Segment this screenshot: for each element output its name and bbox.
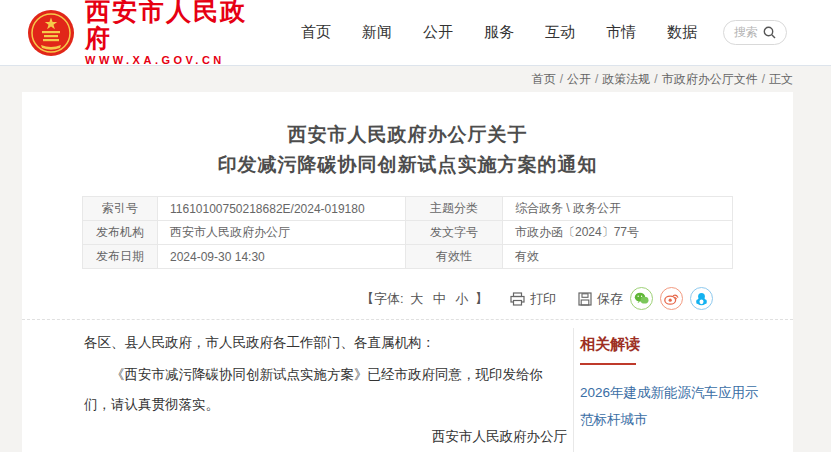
- nav-item-interact[interactable]: 互动: [545, 23, 575, 42]
- save-icon: [578, 292, 592, 306]
- font-size-prefix: 【字体:: [361, 291, 404, 306]
- qq-icon: [695, 292, 708, 306]
- search-icon: [763, 26, 776, 39]
- article-content-row: 各区、县人民政府，市人民政府各工作部门、各直属机构： 《西安市减污降碳协同创新试…: [22, 328, 793, 452]
- nav-item-news[interactable]: 新闻: [362, 23, 392, 42]
- breadcrumb-separator: /: [560, 72, 563, 86]
- font-size-control: 【字体: 大 中 小 】: [361, 290, 488, 308]
- meta-label-validity: 有效性: [406, 245, 503, 269]
- font-size-suffix: 】: [475, 291, 488, 306]
- font-size-small[interactable]: 小: [455, 291, 468, 306]
- wechat-icon: [634, 292, 649, 305]
- breadcrumb-public[interactable]: 公开: [567, 72, 591, 86]
- save-button[interactable]: 保存: [578, 290, 623, 308]
- meta-label-doc-number: 发文字号: [406, 221, 503, 245]
- page-title-line1: 西安市人民政府办公厅关于: [22, 120, 793, 150]
- font-size-medium[interactable]: 中: [433, 291, 446, 306]
- article-body: 各区、县人民政府，市人民政府各工作部门、各直属机构： 《西安市减污降碳协同创新试…: [22, 328, 573, 452]
- body-paragraph: 《西安市减污降碳协同创新试点实施方案》已经市政府同意，现印发给你们，请认真贯彻落…: [84, 360, 567, 420]
- meta-label-pub-date: 发布日期: [83, 245, 158, 269]
- breadcrumb: 首页/公开/政策法规/市政府办公厅文件/正文: [22, 71, 793, 88]
- print-button[interactable]: 打印: [510, 290, 556, 308]
- related-reading-sidebar: 相关解读 2026年建成新能源汽车应用示范标杆城市: [573, 328, 793, 452]
- site-header: 西安市人民政府 WWW.XA.GOV.CN 首页 新闻 公开 服务 互动 市情 …: [0, 0, 831, 66]
- document-card: 西安市人民政府办公厅关于 印发减污降碳协同创新试点实施方案的通知 索引号 116…: [22, 92, 793, 452]
- breadcrumb-separator: /: [762, 72, 765, 86]
- site-url: WWW.XA.GOV.CN: [85, 52, 270, 68]
- site-logo[interactable]: 西安市人民政府 WWW.XA.GOV.CN: [27, 0, 270, 68]
- meta-value-validity: 有效: [503, 245, 733, 269]
- nav-item-home[interactable]: 首页: [301, 23, 331, 42]
- save-label: 保存: [597, 290, 623, 308]
- meta-label-issuer: 发布机构: [83, 221, 158, 245]
- nav-item-public[interactable]: 公开: [423, 23, 453, 42]
- page-title: 西安市人民政府办公厅关于 印发减污降碳协同创新试点实施方案的通知: [22, 92, 793, 180]
- search-label: 搜索: [734, 24, 758, 41]
- breadcrumb-office-docs[interactable]: 市政府办公厅文件: [662, 72, 758, 86]
- search-button[interactable]: 搜索: [723, 20, 787, 45]
- sidebar-title-underline: [580, 363, 636, 365]
- share-qq-button[interactable]: [690, 287, 713, 310]
- meta-label-topic: 主题分类: [406, 197, 503, 221]
- nav-item-city[interactable]: 市情: [606, 23, 636, 42]
- breadcrumb-separator: /: [595, 72, 598, 86]
- body-signature: 西安市人民政府办公厅: [84, 422, 567, 452]
- printer-icon: [510, 292, 525, 306]
- meta-value-pub-date: 2024-09-30 14:30: [158, 245, 406, 269]
- breadcrumb-current: 正文: [769, 72, 793, 86]
- nav-item-data[interactable]: 数据: [667, 23, 697, 42]
- meta-value-issuer: 西安市人民政府办公厅: [158, 221, 406, 245]
- weibo-icon: [664, 292, 679, 305]
- body-salutation: 各区、县人民政府，市人民政府各工作部门、各直属机构：: [84, 328, 567, 358]
- related-reading-link[interactable]: 2026年建成新能源汽车应用示范标杆城市: [580, 379, 765, 433]
- site-name: 西安市人民政府: [85, 0, 270, 52]
- meta-value-index: 11610100750218682E/2024-019180: [158, 197, 406, 221]
- document-meta-table: 索引号 11610100750218682E/2024-019180 主题分类 …: [82, 196, 733, 269]
- breadcrumb-home[interactable]: 首页: [532, 72, 556, 86]
- nav-item-services[interactable]: 服务: [484, 23, 514, 42]
- table-row: 索引号 11610100750218682E/2024-019180 主题分类 …: [83, 197, 733, 221]
- meta-label-index: 索引号: [83, 197, 158, 221]
- meta-value-topic: 综合政务 \ 政务公开: [503, 197, 733, 221]
- article-toolbar: 【字体: 大 中 小 】 打印 保存: [22, 287, 793, 320]
- print-label: 打印: [530, 290, 556, 308]
- main-nav: 首页 新闻 公开 服务 互动 市情 数据 搜索: [270, 20, 787, 45]
- breadcrumb-policies[interactable]: 政策法规: [602, 72, 650, 86]
- table-row: 发布日期 2024-09-30 14:30 有效性 有效: [83, 245, 733, 269]
- meta-value-doc-number: 市政办函〔2024〕77号: [503, 221, 733, 245]
- share-wechat-button[interactable]: [630, 287, 653, 310]
- table-row: 发布机构 西安市人民政府办公厅 发文字号 市政办函〔2024〕77号: [83, 221, 733, 245]
- breadcrumb-separator: /: [654, 72, 657, 86]
- page-title-line2: 印发减污降碳协同创新试点实施方案的通知: [22, 150, 793, 180]
- sidebar-title: 相关解读: [580, 335, 765, 354]
- logo-text: 西安市人民政府 WWW.XA.GOV.CN: [85, 0, 270, 68]
- national-emblem-icon: [27, 9, 75, 57]
- font-size-large[interactable]: 大: [410, 291, 423, 306]
- share-weibo-button[interactable]: [660, 287, 683, 310]
- breadcrumb-bar: 首页/公开/政策法规/市政府办公厅文件/正文: [0, 66, 831, 92]
